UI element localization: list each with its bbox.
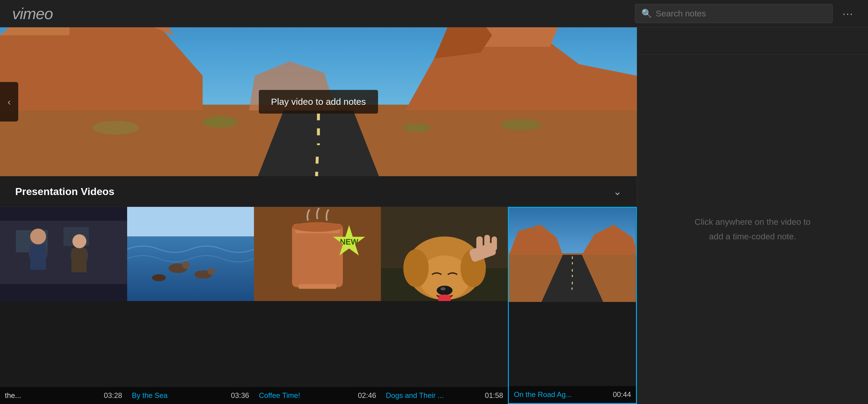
more-options-button[interactable]: ··· (840, 5, 856, 23)
thumb-info-4: Dogs and Their ... 01:58 (381, 387, 508, 404)
header-right: 🔍 ··· (635, 4, 856, 23)
svg-point-16 (501, 119, 541, 131)
video-side: Play video to add notes ‹ Presentation V… (0, 27, 637, 404)
svg-point-34 (152, 274, 166, 281)
section-title: Presentation Videos (15, 186, 114, 197)
thumbnail-item-5[interactable]: On the Road Ag... 00:44 (508, 207, 637, 404)
thumbnail-item-2[interactable]: By the Sea 03:36 (127, 207, 254, 404)
search-box[interactable]: 🔍 (635, 4, 833, 23)
main-layout: Play video to add notes ‹ Presentation V… (0, 27, 868, 404)
svg-point-45 (440, 288, 445, 291)
chevron-down-icon[interactable]: ⌄ (613, 185, 622, 197)
vimeo-logo: vimeo (12, 5, 53, 23)
thumb-title-4: Dogs and Their ... (386, 391, 444, 400)
thumb-info-2: By the Sea 03:36 (127, 387, 254, 404)
svg-rect-50 (476, 237, 483, 252)
thumb-duration-4: 01:58 (485, 391, 503, 400)
thumb-title-3: Coffee Time! (259, 391, 300, 400)
svg-point-31 (182, 261, 189, 269)
svg-point-47 (403, 249, 429, 287)
thumb-duration-3: 02:46 (358, 391, 376, 400)
svg-point-14 (402, 123, 431, 132)
svg-rect-24 (30, 244, 46, 270)
svg-point-13 (203, 116, 237, 128)
thumb-title-1: the... (5, 391, 21, 400)
play-video-overlay: Play video to add notes (259, 90, 378, 113)
notes-empty-state: Click anywhere on the video to add a tim… (637, 55, 868, 404)
svg-rect-52 (492, 237, 497, 251)
svg-point-38 (292, 222, 343, 232)
svg-rect-27 (71, 248, 87, 272)
svg-rect-39 (298, 284, 336, 289)
svg-point-23 (30, 228, 46, 244)
thumbnail-item-3[interactable]: NEW Coffee Time! 02:46 (254, 207, 381, 404)
thumb-title-5: On the Road Ag... (514, 390, 572, 399)
svg-marker-9 (0, 27, 69, 35)
thumb-info-5: On the Road Ag... 00:44 (509, 386, 636, 403)
thumb-duration-2: 03:36 (231, 391, 249, 400)
svg-rect-28 (127, 207, 254, 237)
thumb-title-2: By the Sea (132, 391, 167, 400)
search-icon: 🔍 (642, 8, 652, 19)
section-header: Presentation Videos ⌄ (0, 176, 637, 207)
svg-point-33 (208, 268, 215, 275)
svg-rect-51 (484, 235, 490, 250)
notes-header (637, 27, 868, 55)
thumb-duration-1: 03:28 (104, 391, 122, 400)
thumbnail-item-1[interactable]: the... 03:28 (0, 207, 127, 404)
svg-point-44 (436, 285, 452, 295)
thumb-duration-5: 00:44 (613, 390, 631, 399)
previous-button[interactable]: ‹ (0, 82, 18, 122)
thumb-info-3: Coffee Time! 02:46 (254, 387, 381, 404)
header: vimeo 🔍 ··· (0, 0, 868, 27)
svg-point-26 (72, 234, 86, 248)
thumb-info-1: the... 03:28 (0, 387, 127, 404)
search-input[interactable] (656, 9, 826, 19)
thumbnails-strip: the... 03:28 (0, 207, 637, 404)
thumbnail-item-4[interactable]: Dogs and Their ... 01:58 (381, 207, 508, 404)
notes-panel: Click anywhere on the video to add a tim… (637, 27, 868, 404)
svg-point-15 (93, 121, 139, 135)
video-player[interactable]: Play video to add notes ‹ (0, 27, 637, 176)
